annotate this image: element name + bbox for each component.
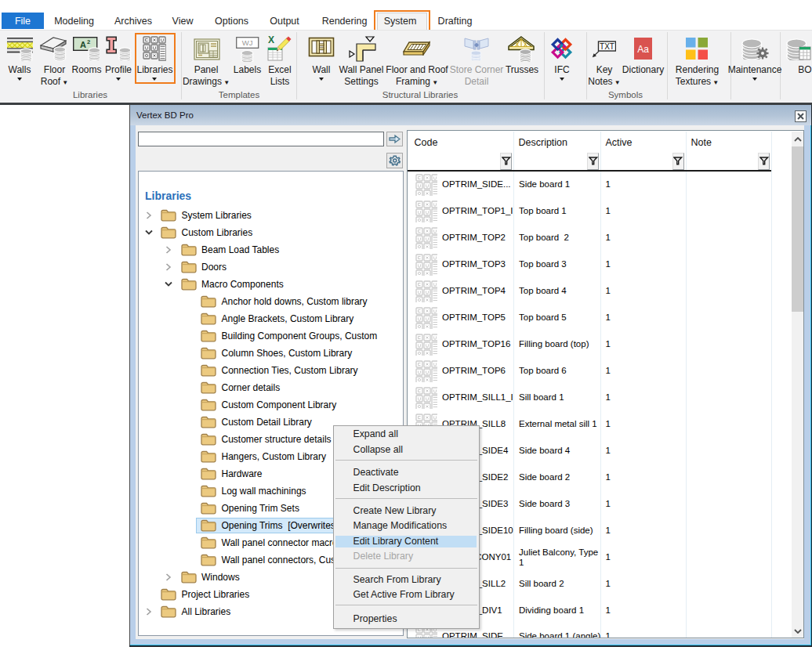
svg-text:Aa: Aa [637,44,649,55]
svg-text:2: 2 [87,38,90,45]
svg-text:TXT: TXT [600,42,614,51]
svg-text:WJ: WJ [242,38,253,47]
svg-text:A: A [80,40,86,49]
svg-text:X: X [268,35,274,45]
